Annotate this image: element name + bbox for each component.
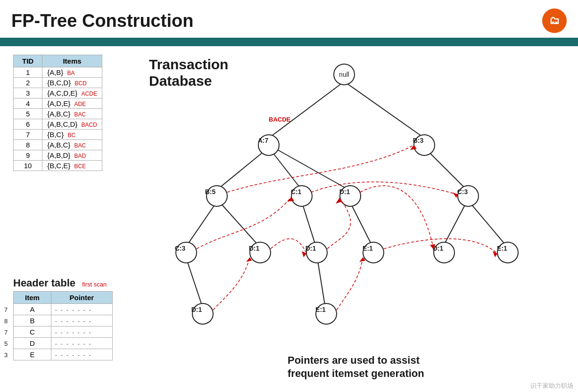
svg-text:B:5: B:5 [205, 188, 216, 196]
items-cell: {A,B} BA [42, 67, 102, 78]
red-label: BCE [74, 163, 86, 170]
items-cell: {B,C,D} BCD [42, 78, 102, 88]
table-row: 2 {B,C,D} BCD [14, 78, 102, 88]
pointer-cell: - - - - - - - [51, 304, 112, 315]
items-header: Items [42, 55, 102, 67]
svg-text:C:1: C:1 [291, 188, 302, 196]
pointer-cell: - - - - - - - [51, 349, 112, 360]
red-label: BACD [82, 122, 97, 128]
svg-line-13 [317, 258, 325, 308]
red-label: ADE [74, 101, 86, 107]
count-label: 3 [4, 351, 8, 358]
items-cell: {B,C,E} BCE [42, 161, 102, 171]
header-item-cell: 7 C [14, 327, 51, 338]
items-cell: {A,B,C} BAC [42, 140, 102, 150]
table-row: 1 {A,B} BA [14, 67, 102, 78]
svg-text:C:3: C:3 [175, 245, 186, 252]
header-table: Item Pointer 7 A - - - - - - - 8 B - - -… [13, 291, 113, 360]
svg-line-8 [302, 202, 316, 246]
page-title: FP-Tree Construction [11, 11, 193, 31]
red-label: BCD [74, 80, 86, 87]
svg-line-0 [269, 82, 344, 138]
logo-text: 🗂 [549, 15, 560, 27]
tid-cell: 6 [14, 119, 42, 130]
table-row: 8 {A,B,C} BAC [14, 140, 102, 150]
header-table-section: Header table first scan Item Pointer 7 A… [13, 277, 113, 360]
teal-divider-bar [0, 38, 578, 46]
page-header: FP-Tree Construction 🗂 [0, 0, 578, 38]
svg-line-6 [186, 202, 217, 246]
count-label: 7 [4, 328, 8, 335]
svg-line-11 [469, 202, 507, 246]
svg-line-9 [350, 202, 372, 246]
svg-line-12 [186, 258, 203, 308]
header-table-row: 3 E - - - - - - - [14, 349, 113, 360]
table-row: 9 {A,B,D} BAD [14, 150, 102, 161]
items-cell: {B,C} BC [42, 130, 102, 140]
pointer-header: Pointer [51, 292, 112, 304]
red-label: BAD [74, 153, 86, 159]
tid-cell: 7 [14, 130, 42, 140]
svg-text:C:3: C:3 [457, 188, 468, 196]
header-table-row: 8 B - - - - - - - [14, 315, 113, 327]
table-row: 6 {A,B,C,D} BACD [14, 119, 102, 130]
count-label: 7 [4, 306, 8, 313]
fp-tree-diagram: null A:7 B:3 B:5 C:1 D:1 C:3 C:3 D:1 D:1… [170, 46, 575, 392]
svg-line-1 [344, 82, 424, 138]
svg-text:A:7: A:7 [258, 137, 269, 144]
tid-cell: 4 [14, 98, 42, 109]
pointer-cell: - - - - - - - [51, 315, 112, 327]
pointer-cell: - - - - - - - [51, 327, 112, 338]
items-cell: {A,B,D} BAD [42, 150, 102, 161]
tid-cell: 3 [14, 88, 42, 98]
svg-line-7 [219, 202, 259, 246]
header-item-cell: 3 E [14, 349, 51, 360]
red-label: ACDE [82, 90, 97, 97]
table-row: 3 {A,C,D,E} ACDE [14, 88, 102, 98]
red-label: BA [67, 70, 75, 76]
svg-text:B:3: B:3 [413, 137, 424, 144]
items-cell: {A,B,C,D} BACD [42, 119, 102, 130]
items-cell: {A,D,E} ADE [42, 98, 102, 109]
red-label: BC [67, 132, 75, 139]
table-row: 7 {B,C} BC [14, 130, 102, 140]
header-table-row: 7 A - - - - - - - [14, 304, 113, 315]
table-row: 10 {B,C,E} BCE [14, 161, 102, 171]
count-label: 8 [4, 317, 8, 324]
header-table-title: Header table first scan [13, 277, 113, 289]
header-item-cell: 8 B [14, 315, 51, 327]
svg-text:E:1: E:1 [497, 245, 507, 252]
items-cell: {A,B,C} BAC [42, 109, 102, 119]
logo-icon: 🗂 [542, 8, 567, 33]
svg-text:null: null [339, 71, 349, 78]
tid-cell: 5 [14, 109, 42, 119]
tid-cell: 2 [14, 78, 42, 88]
svg-text:E:1: E:1 [315, 306, 326, 313]
pointer-cell: - - - - - - - [51, 338, 112, 349]
header-item-cell: 7 A [14, 304, 51, 315]
items-cell: {A,C,D,E} ACDE [42, 88, 102, 98]
tid-cell: 9 [14, 150, 42, 161]
table-row: 5 {A,B,C} BAC [14, 109, 102, 119]
svg-text:D:1: D:1 [306, 245, 316, 252]
tid-cell: 10 [14, 161, 42, 171]
table-row: 4 {A,D,E} ADE [14, 98, 102, 109]
count-label: 5 [4, 340, 8, 347]
svg-text:D:1: D:1 [339, 188, 350, 196]
svg-text:E:1: E:1 [363, 245, 373, 252]
svg-text:D:1: D:1 [191, 306, 202, 313]
header-item-cell: 5 D [14, 338, 51, 349]
tid-cell: 8 [14, 140, 42, 150]
tid-cell: 1 [14, 67, 42, 78]
pointers-description: Pointers are used to assistfrequent item… [288, 354, 424, 381]
red-label: BAC [74, 142, 86, 149]
transaction-table: TID Items 1 {A,B} BA 2 {B,C,D} BCD 3 {A,… [13, 55, 102, 171]
svg-text:D:1: D:1 [249, 245, 260, 252]
item-header: Item [14, 292, 51, 304]
tid-header: TID [14, 55, 42, 67]
watermark: 识干家助力职场 [530, 382, 573, 390]
header-table-row: 5 D - - - - - - - [14, 338, 113, 349]
red-label: BAC [74, 111, 86, 118]
header-table-row: 7 C - - - - - - - [14, 327, 113, 338]
main-content: TID Items 1 {A,B} BA 2 {B,C,D} BCD 3 {A,… [0, 46, 578, 392]
